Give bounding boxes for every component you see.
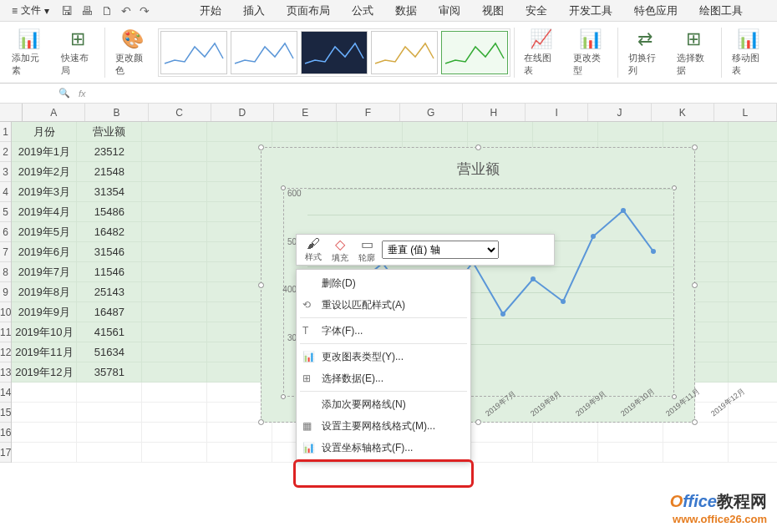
cell[interactable]: 25143 xyxy=(77,282,142,302)
tab-review[interactable]: 审阅 xyxy=(439,2,460,20)
col-header[interactable]: I xyxy=(526,104,588,121)
chart-style-5[interactable] xyxy=(441,31,508,74)
zoom-icon[interactable]: 🔍 xyxy=(58,88,70,99)
move-chart-button[interactable]: 📊 移动图表 xyxy=(725,23,773,82)
col-header[interactable]: B xyxy=(85,104,148,121)
col-header[interactable]: D xyxy=(211,104,274,121)
row-header[interactable]: 11 xyxy=(0,322,11,342)
cell[interactable]: 2019年5月 xyxy=(12,222,77,242)
tab-data[interactable]: 数据 xyxy=(395,2,417,20)
print-icon[interactable]: 🖶 xyxy=(81,4,93,18)
cell[interactable]: 2019年11月 xyxy=(12,342,77,362)
tab-page-layout[interactable]: 页面布局 xyxy=(287,2,330,20)
chart-style-1[interactable] xyxy=(160,31,227,74)
row-header[interactable]: 7 xyxy=(0,242,11,262)
cell[interactable]: 51634 xyxy=(77,342,142,362)
style-button[interactable]: 🖌样式 xyxy=(302,236,325,263)
tab-chart-tools[interactable]: 绘图工具 xyxy=(699,2,743,20)
ctx-font[interactable]: T字体(F)... xyxy=(297,320,470,342)
cell[interactable]: 2019年12月 xyxy=(12,362,77,383)
add-element-button[interactable]: 📊 添加元素 xyxy=(5,23,53,82)
tab-security[interactable]: 安全 xyxy=(526,2,547,20)
row-header[interactable]: 13 xyxy=(0,362,11,383)
row-header[interactable]: 6 xyxy=(0,222,11,242)
cell[interactable]: 23512 xyxy=(77,142,142,162)
col-header[interactable]: K xyxy=(652,104,714,121)
chart-style-4[interactable] xyxy=(371,31,438,74)
cell[interactable]: 2019年7月 xyxy=(12,262,77,282)
ctx-change-chart-type[interactable]: 📊更改图表类型(Y)... xyxy=(297,346,470,367)
chart-style-gallery[interactable] xyxy=(158,28,510,77)
chart-style-2[interactable] xyxy=(231,31,297,74)
cell[interactable]: 31546 xyxy=(77,242,142,262)
cell[interactable]: 2019年6月 xyxy=(12,242,77,262)
ctx-axis-format[interactable]: 📊设置坐标轴格式(F)... xyxy=(297,437,470,459)
tab-view[interactable]: 视图 xyxy=(482,2,504,20)
ctx-major-gridlines-format[interactable]: ▦设置主要网格线格式(M)... xyxy=(297,415,470,437)
tab-insert[interactable]: 插入 xyxy=(243,2,265,20)
ctx-select-data[interactable]: ⊞选择数据(E)... xyxy=(297,367,470,389)
cell[interactable]: 2019年9月 xyxy=(12,302,77,322)
undo-icon[interactable]: ↶ xyxy=(121,4,131,18)
col-header[interactable]: J xyxy=(588,104,651,121)
cell[interactable]: 2019年4月 xyxy=(12,202,77,222)
ctx-add-minor-gridlines[interactable]: 添加次要网格线(N) xyxy=(297,393,470,415)
row-header[interactable]: 15 xyxy=(0,403,11,423)
row-header[interactable]: 14 xyxy=(0,383,11,403)
change-color-button[interactable]: 🎨 更改颜色 xyxy=(109,23,156,82)
row-header[interactable]: 5 xyxy=(0,202,11,222)
preview-icon[interactable]: 🗋 xyxy=(101,4,113,18)
cell[interactable]: 16482 xyxy=(77,222,142,242)
cell[interactable]: 月份 xyxy=(12,122,77,142)
chart-element-select[interactable]: 垂直 (值) 轴 xyxy=(382,241,499,259)
row-header[interactable]: 17 xyxy=(0,443,11,463)
ctx-reset-style[interactable]: ⟲重设以匹配样式(A) xyxy=(297,294,470,316)
select-all-corner[interactable] xyxy=(0,104,23,121)
fill-button[interactable]: ◇填充 xyxy=(328,236,352,264)
quick-layout-button[interactable]: ⊞ 快速布局 xyxy=(54,23,102,82)
row-header[interactable]: 9 xyxy=(0,282,11,302)
col-header[interactable]: A xyxy=(23,104,85,121)
row-header[interactable]: 3 xyxy=(0,162,11,182)
col-header[interactable]: E xyxy=(274,104,337,121)
cell[interactable]: 35781 xyxy=(77,362,142,383)
select-data-button[interactable]: ⊞ 选择数据 xyxy=(670,23,718,82)
cell[interactable]: 2019年10月 xyxy=(12,322,77,342)
resize-handle[interactable] xyxy=(258,282,264,288)
tab-special[interactable]: 特色应用 xyxy=(634,2,678,20)
col-header[interactable]: C xyxy=(149,104,211,121)
cell[interactable]: 2019年3月 xyxy=(12,182,77,202)
cell[interactable]: 2019年8月 xyxy=(12,282,77,302)
col-header[interactable]: F xyxy=(337,104,399,121)
switch-rowcol-button[interactable]: ⇄ 切换行列 xyxy=(622,23,669,82)
outline-button[interactable]: ▭轮廓 xyxy=(355,236,378,264)
chart-title[interactable]: 营业额 xyxy=(262,148,694,182)
tab-formula[interactable]: 公式 xyxy=(352,2,373,20)
cell[interactable]: 15486 xyxy=(77,202,142,222)
row-header[interactable]: 8 xyxy=(0,262,11,282)
tab-dev-tools[interactable]: 开发工具 xyxy=(569,2,612,20)
col-header[interactable]: L xyxy=(714,104,777,121)
row-header[interactable]: 2 xyxy=(0,142,11,162)
ctx-delete[interactable]: 删除(D) xyxy=(297,272,470,294)
row-header[interactable]: 16 xyxy=(0,423,11,443)
cell[interactable]: 2019年2月 xyxy=(12,162,77,182)
col-header[interactable]: G xyxy=(400,104,463,121)
file-menu-button[interactable]: ≡ 文件 ▾ xyxy=(5,3,56,18)
save-icon[interactable]: 🖫 xyxy=(61,4,73,18)
cell[interactable]: 31354 xyxy=(77,182,142,202)
plot-handle[interactable] xyxy=(281,394,286,399)
change-type-button[interactable]: 📊 更改类型 xyxy=(566,23,614,82)
cell[interactable]: 16487 xyxy=(77,302,142,322)
cell[interactable]: 11546 xyxy=(77,262,142,282)
col-header[interactable]: H xyxy=(463,104,526,121)
row-header[interactable]: 10 xyxy=(0,302,11,322)
redo-icon[interactable]: ↷ xyxy=(140,4,150,18)
x-axis[interactable]: 2019年7月 2019年8月 2019年9月 2019年10月 2019年11… xyxy=(476,390,673,401)
cell[interactable]: 营业额 xyxy=(77,122,142,142)
row-header[interactable]: 1 xyxy=(0,122,11,142)
cell[interactable]: 2019年1月 xyxy=(12,142,77,162)
cell[interactable]: 21548 xyxy=(77,162,142,182)
row-header[interactable]: 12 xyxy=(0,342,11,362)
chart-style-3[interactable] xyxy=(301,31,368,74)
